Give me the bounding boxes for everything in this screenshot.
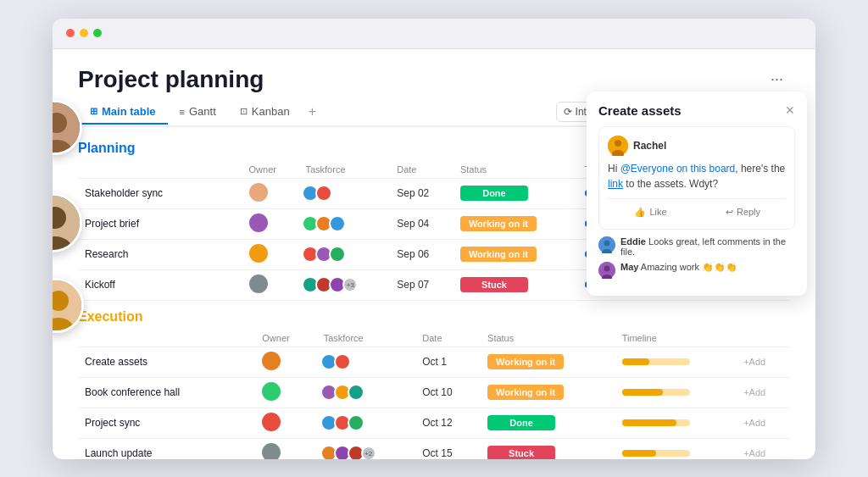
- taskforce-cell: +2: [317, 438, 416, 459]
- window-controls: [66, 29, 102, 37]
- page-header: Project planning ···: [78, 66, 790, 93]
- date-cell: Sep 02: [390, 178, 453, 208]
- col-add: [737, 330, 790, 347]
- table-row[interactable]: Launch update +2 Oct 15 Stuck: [78, 438, 790, 459]
- tab-kanban[interactable]: ⊡ Kanban: [228, 100, 302, 125]
- owner-cell: [255, 438, 316, 459]
- task-name: Project brief: [78, 208, 242, 239]
- col-timeline: Timeline: [615, 330, 737, 347]
- timeline-cell: [615, 347, 737, 377]
- taskforce-cell: [298, 208, 390, 239]
- popup-title: Create assets: [598, 103, 682, 118]
- col-taskforce: Taskforce: [317, 330, 416, 347]
- close-popup-button[interactable]: ✕: [785, 103, 795, 117]
- col-date: Date: [390, 161, 453, 179]
- browser-window: Project planning ··· ⊞ Main table ≡ Gant…: [53, 19, 815, 459]
- tab-gantt[interactable]: ≡ Gantt: [168, 100, 228, 125]
- status-cell: Working on it: [453, 239, 578, 269]
- execution-title: Execution: [78, 309, 790, 324]
- status-badge: Working on it: [487, 385, 564, 400]
- task-name: Project sync: [78, 408, 255, 438]
- date-cell: Sep 07: [390, 269, 453, 300]
- owner-cell: [255, 347, 316, 377]
- status-badge: Working on it: [460, 216, 537, 231]
- tab-kanban-label: Kanban: [252, 105, 290, 118]
- reply-text: May Amazing work 👏👏👏: [620, 262, 737, 273]
- col-owner: Owner: [242, 161, 299, 179]
- owner-cell: [242, 178, 299, 208]
- status-cell: Done: [481, 408, 615, 438]
- title-bar: [53, 19, 815, 49]
- like-button[interactable]: 👍 Like: [608, 204, 693, 220]
- reply-eddie: Eddie Looks great, left comments in the …: [598, 236, 795, 257]
- timeline-cell: [615, 438, 737, 459]
- reply-icon: ↩: [726, 207, 733, 218]
- page-title: Project planning: [78, 66, 264, 93]
- status-cell: Working on it: [481, 347, 615, 377]
- execution-header-row: Owner Taskforce Date Status Timeline: [78, 330, 790, 347]
- taskforce-cell: +3: [298, 269, 390, 300]
- status-badge: Done: [487, 415, 555, 430]
- reply-button[interactable]: ↩ Reply: [700, 204, 786, 220]
- tab-gantt-label: Gantt: [189, 105, 216, 118]
- task-name: Kickoff: [78, 269, 242, 300]
- kanban-icon: ⊡: [240, 106, 248, 117]
- status-cell: Done: [453, 178, 578, 208]
- task-name: Launch update: [78, 438, 255, 459]
- comment-popup: Create assets ✕ Rachel Hi @Everyone on: [587, 92, 807, 296]
- col-taskforce: Taskforce: [298, 161, 390, 179]
- col-task: [78, 161, 242, 179]
- minimize-dot[interactable]: [80, 29, 88, 37]
- status-badge: Stuck: [487, 446, 555, 459]
- timeline-cell: [615, 408, 737, 438]
- date-cell: Sep 06: [390, 239, 453, 269]
- popup-header: Create assets ✕: [598, 103, 795, 118]
- svg-point-13: [604, 240, 610, 246]
- status-cell: Working on it: [481, 377, 615, 408]
- task-name: Create assets: [78, 347, 255, 377]
- integrate-icon: ⟳: [564, 106, 572, 118]
- status-badge: Working on it: [487, 354, 564, 369]
- comment-text-end: to the assets. Wdyt?: [623, 178, 718, 190]
- add-cell[interactable]: +Add: [737, 438, 790, 459]
- comment-text-before: Hi: [608, 163, 620, 175]
- col-status: Status: [481, 330, 615, 347]
- status-cell: Working on it: [453, 208, 578, 239]
- execution-section: Execution Owner Taskforce Date Status Ti…: [78, 309, 790, 459]
- more-options-button[interactable]: ···: [764, 67, 790, 92]
- table-row[interactable]: Create assets Oct 1 Working on it +Add: [78, 347, 790, 377]
- taskforce-cell: [317, 347, 416, 377]
- reply-text: Eddie Looks great, left comments in the …: [620, 236, 795, 257]
- maximize-dot[interactable]: [93, 29, 102, 37]
- like-icon: 👍: [634, 207, 646, 218]
- table-row[interactable]: Book conference hall Oct 10 Working on i…: [78, 377, 790, 408]
- tab-main-table[interactable]: ⊞ Main table: [78, 100, 168, 125]
- owner-cell: [242, 208, 299, 239]
- taskforce-cell: [317, 377, 416, 408]
- comment-link[interactable]: link: [608, 178, 623, 190]
- col-task: [78, 330, 255, 347]
- main-comment-block: Rachel Hi @Everyone on this board, here'…: [598, 126, 795, 230]
- close-dot[interactable]: [66, 29, 75, 37]
- execution-table: Owner Taskforce Date Status Timeline Cre…: [78, 330, 790, 459]
- add-cell[interactable]: +Add: [737, 377, 790, 408]
- header-actions: ···: [764, 67, 790, 92]
- commenter-name: Rachel: [633, 140, 666, 152]
- date-cell: Oct 12: [415, 408, 481, 438]
- gantt-icon: ≡: [180, 107, 185, 117]
- commenter-row: Rachel: [608, 136, 786, 156]
- comment-text-after: , here's the: [735, 163, 785, 175]
- add-cell[interactable]: +Add: [737, 347, 790, 377]
- rachel-avatar: [608, 136, 628, 156]
- comment-mention[interactable]: @Everyone on this board: [620, 163, 736, 175]
- svg-point-10: [615, 140, 621, 147]
- owner-cell: [255, 408, 316, 438]
- add-cell[interactable]: +Add: [737, 408, 790, 438]
- col-owner: Owner: [255, 330, 316, 347]
- main-content: Project planning ··· ⊞ Main table ≡ Gant…: [53, 49, 815, 459]
- timeline-cell: [615, 377, 737, 408]
- add-tab-button[interactable]: +: [302, 101, 323, 123]
- taskforce-cell: [298, 178, 390, 208]
- table-row[interactable]: Project sync Oct 12 Done +Add: [78, 408, 790, 438]
- reply-label: Reply: [737, 207, 760, 217]
